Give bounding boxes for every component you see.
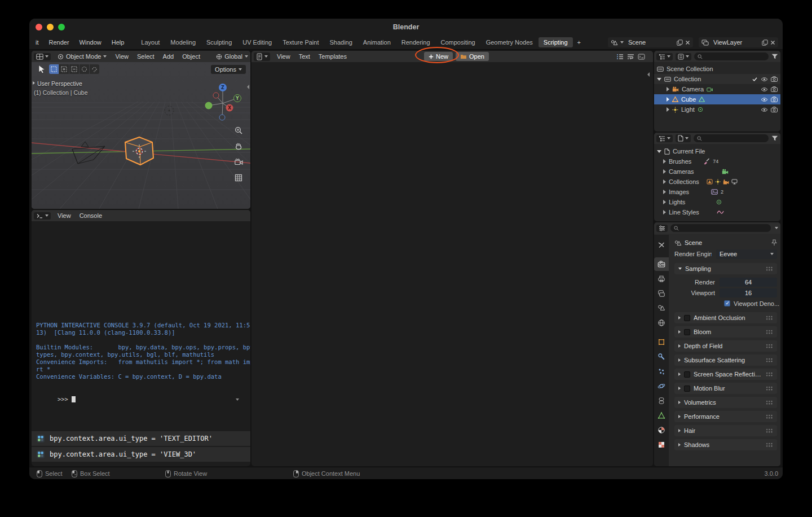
viewport-denoising-checkbox[interactable] [724, 300, 730, 306]
menu-help[interactable]: Help [107, 37, 130, 47]
hide-eye-icon[interactable] [761, 77, 768, 82]
new-text-button[interactable]: New [424, 52, 453, 61]
tab-particle-properties[interactable] [654, 365, 669, 378]
info-log-row[interactable]: bpy.context.area.ui_type = 'VIEW_3D' [32, 447, 250, 462]
filter-funnel-icon[interactable] [771, 135, 778, 141]
tab-output-properties[interactable] [654, 272, 669, 286]
expand-icon[interactable] [663, 179, 666, 184]
drag-grip-icon[interactable] [766, 428, 773, 433]
performance-panel[interactable]: Performance [674, 411, 777, 422]
depth-of-field-panel[interactable]: Depth of Field [674, 340, 777, 352]
ambient-occlusion-panel[interactable]: Ambient Occlusion [674, 312, 777, 323]
syntax-highlight-icon[interactable] [638, 54, 645, 60]
remove-view-layer-button[interactable] [770, 40, 775, 45]
pin-icon[interactable] [771, 239, 777, 246]
render-samples-field[interactable]: 64 [720, 278, 777, 287]
tab-uv-editing[interactable]: UV Editing [237, 37, 277, 47]
outliner-search-input[interactable] [694, 52, 769, 60]
line-numbers-icon[interactable] [616, 54, 624, 60]
close-window-button[interactable] [36, 24, 42, 30]
text-text-menu[interactable]: Text [295, 52, 314, 61]
editor-type-button[interactable] [254, 52, 270, 61]
menu-window[interactable]: Window [74, 37, 107, 47]
properties-search-input[interactable] [670, 224, 771, 232]
tab-world-properties[interactable] [654, 316, 669, 330]
expand-icon[interactable] [663, 200, 666, 204]
drag-grip-icon[interactable] [766, 414, 773, 419]
panel-checkbox[interactable] [684, 315, 690, 321]
disable-render-icon[interactable] [771, 97, 778, 102]
new-scene-button[interactable] [677, 40, 683, 46]
expand-icon[interactable] [663, 210, 666, 214]
expand-icon[interactable] [667, 107, 669, 112]
console-prompt[interactable]: >>> [36, 388, 76, 410]
tab-view-layer-properties[interactable] [654, 287, 669, 300]
filter-funnel-icon[interactable] [771, 54, 778, 59]
display-mode-button[interactable] [676, 53, 691, 60]
hair-panel[interactable]: Hair [674, 425, 777, 436]
drag-grip-icon[interactable] [766, 344, 773, 349]
new-view-layer-button[interactable] [762, 40, 768, 46]
motion-blur-panel[interactable]: Motion Blur [674, 383, 777, 394]
outliner-row-camera[interactable]: Camera [654, 84, 780, 94]
hide-eye-icon[interactable] [761, 107, 768, 112]
drag-grip-icon[interactable] [766, 372, 773, 377]
row-lights[interactable]: Lights [654, 197, 780, 207]
row-images[interactable]: Images 2 [654, 187, 780, 197]
exclude-checkbox[interactable] [752, 76, 758, 82]
orientation-selector[interactable]: Global [216, 53, 248, 60]
editor-type-button[interactable] [656, 225, 668, 232]
tab-geometry-nodes[interactable]: Geometry Nodes [481, 37, 538, 47]
camera-view-button[interactable] [233, 157, 244, 167]
blend-file-search-input[interactable] [694, 134, 769, 142]
disable-render-icon[interactable] [771, 76, 778, 82]
select-menu[interactable]: Select [133, 52, 158, 61]
tab-texture-paint[interactable]: Texture Paint [277, 37, 324, 47]
scene-selector[interactable]: Scene [608, 37, 693, 47]
render-engine-dropdown[interactable]: Eevee [716, 249, 777, 259]
open-text-button[interactable]: Open [456, 52, 489, 61]
tab-compositing[interactable]: Compositing [436, 37, 480, 47]
add-workspace-button[interactable]: + [573, 37, 585, 47]
row-brushes[interactable]: Brushes 74 [654, 156, 780, 167]
expand-icon[interactable] [667, 97, 669, 102]
tab-layout[interactable]: Layout [136, 37, 165, 47]
sidebar-collapse-icon[interactable] [247, 85, 249, 89]
properties-options-chevron[interactable] [775, 227, 778, 229]
select-box-tool-button[interactable] [49, 64, 59, 74]
row-cameras[interactable]: Cameras [654, 167, 780, 177]
expand-icon[interactable] [663, 159, 666, 164]
disable-render-icon[interactable] [771, 107, 778, 112]
outliner-row-scene-collection[interactable]: Scene Collection [654, 64, 780, 74]
shadows-panel[interactable]: Shadows [674, 439, 777, 450]
minimize-window-button[interactable] [47, 24, 54, 30]
row-line-styles[interactable]: Line Styles [654, 207, 780, 217]
editor-type-button[interactable] [34, 53, 51, 60]
volumetrics-panel[interactable]: Volumetrics [674, 397, 777, 408]
console-view-menu[interactable]: View [54, 211, 75, 220]
unlink-scene-button[interactable] [685, 40, 690, 45]
expand-icon[interactable] [667, 87, 669, 91]
add-menu[interactable]: Add [159, 52, 178, 61]
tab-shading[interactable]: Shading [324, 37, 357, 47]
menu-edit-truncated[interactable]: it [30, 37, 44, 47]
drag-grip-icon[interactable] [766, 358, 773, 363]
drag-grip-icon[interactable] [766, 330, 773, 335]
word-wrap-icon[interactable] [627, 54, 634, 60]
gizmo-axis-ball[interactable] [219, 115, 225, 120]
disable-render-icon[interactable] [771, 86, 778, 92]
collapse-icon[interactable] [657, 78, 661, 81]
row-collections[interactable]: Collections [654, 177, 780, 187]
viewport-samples-field[interactable]: 16 [720, 288, 777, 297]
zoom-tool-button[interactable] [233, 125, 244, 135]
tab-constraint-properties[interactable] [654, 394, 669, 408]
select-extend-tool-button[interactable] [59, 64, 69, 74]
sampling-panel-header[interactable]: Sampling [674, 263, 777, 274]
tab-sculpting[interactable]: Sculpting [201, 37, 237, 47]
panel-checkbox[interactable] [684, 371, 690, 378]
display-mode-button[interactable] [676, 134, 691, 142]
tab-texture-properties[interactable] [654, 438, 669, 452]
active-tool-cursor-icon[interactable] [38, 65, 46, 73]
maximize-window-button[interactable] [58, 24, 65, 30]
text-view-menu[interactable]: View [273, 52, 294, 61]
